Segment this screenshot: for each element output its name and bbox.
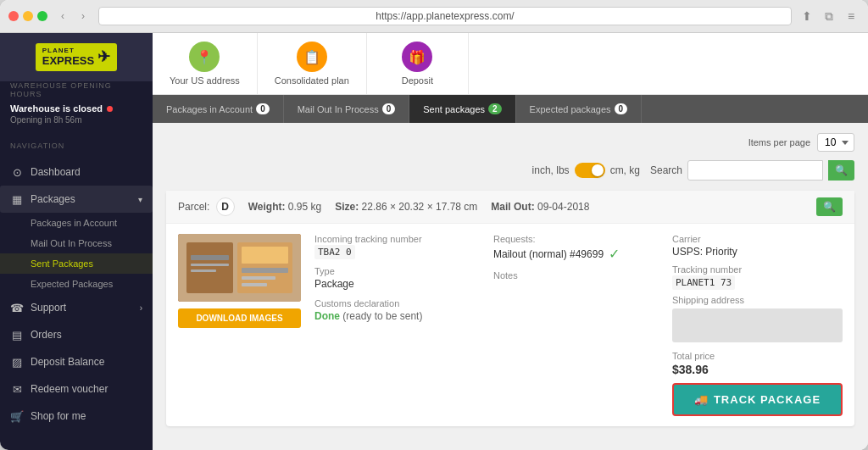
weight: Weight: 0.95 kg [248, 201, 322, 213]
type: Type Package [314, 266, 485, 290]
incoming-tracking-value: TBA2 0 [314, 245, 355, 259]
main-content: 📍 Your US address 📋 Consolidated plan 🎁 … [153, 33, 868, 450]
type-value: Package [314, 278, 354, 290]
maximize-button[interactable] [37, 11, 47, 21]
total-price-value: $38.96 [672, 363, 709, 376]
nav-label: NAVIGATION [10, 142, 142, 150]
support-icon: ☎ [10, 301, 24, 314]
sidebar-item-label: Dashboard [31, 166, 81, 178]
sidebar-item-packages-in-account[interactable]: Packages in Account [0, 213, 153, 233]
check-icon: ✓ [609, 246, 620, 262]
traffic-lights [8, 11, 47, 21]
search-input[interactable] [687, 160, 823, 181]
package-images: DOWNLOAD IMAGES [178, 234, 301, 416]
unit-inch-lbs: inch, lbs [532, 164, 570, 176]
content-area: Items per page 10 25 50 inch, lbs cm, [153, 123, 868, 450]
tracking-number: Tracking number PLANET1 73 [672, 264, 843, 288]
filter-row: inch, lbs cm, kg Search 🔍 [166, 160, 854, 181]
sidebar-item-sent-packages[interactable]: Sent Packages [0, 253, 153, 274]
svg-rect-3 [191, 255, 229, 260]
tracking-number-value: PLANET1 73 [672, 275, 735, 290]
sidebar-item-deposit-balance[interactable]: ▨ Deposit Balance [0, 348, 153, 375]
tab-packages-in-account[interactable]: Packages in Account 0 [153, 95, 284, 123]
tab-mail-out-in-process[interactable]: Mail Out In Process 0 [284, 95, 410, 123]
status-dot [107, 106, 113, 112]
badge-packages-in-account: 0 [256, 103, 270, 114]
tab-sent-packages[interactable]: Sent packages 2 [409, 95, 515, 123]
detail-col-2: Requests: Mailout (normal) #49699 ✓ Note… [493, 234, 664, 416]
download-images-button[interactable]: DOWNLOAD IMAGES [178, 308, 301, 328]
package-header: Parcel: D Weight: 0.95 kg Size: 22.86 × … [166, 191, 854, 224]
parcel-letter: D [216, 197, 235, 216]
voucher-icon: ✉ [10, 382, 24, 396]
carrier-value: USPS: Priority [672, 246, 737, 258]
svg-rect-6 [242, 247, 288, 264]
shop-icon: 🛒 [10, 409, 24, 423]
unit-cm-kg: cm, kg [610, 164, 640, 176]
track-package-button[interactable]: 🚚 TRACK PACKAGE [672, 383, 843, 416]
sidebar-item-support[interactable]: ☎ Support › [0, 294, 153, 321]
top-nav-deposit-label: Deposit [402, 75, 433, 86]
address-bar[interactable]: https://app.planetexpress.com/ [98, 7, 792, 25]
detail-col-3: Carrier USPS: Priority Tracking number P… [672, 234, 843, 416]
requests-value: Mailout (normal) #49699 [493, 248, 604, 260]
customs-status: Done (ready to be sent) [314, 310, 422, 322]
svg-rect-7 [242, 268, 288, 273]
search-section: Search 🔍 [650, 160, 854, 181]
sidebar-item-label: Redeem voucher [31, 383, 108, 395]
package-body: DOWNLOAD IMAGES Incoming tracking number… [166, 224, 854, 426]
parcel-label: Parcel: D [178, 197, 235, 216]
warehouse-sub: Opening in 8h 56m [10, 115, 142, 125]
new-tab-button[interactable]: ⧉ [821, 8, 837, 25]
items-per-page-row: Items per page 10 25 50 [166, 133, 854, 152]
items-per-page-label: Items per page [748, 137, 810, 147]
tab-expected-packages[interactable]: Expected packages 0 [516, 95, 643, 123]
unit-toggle-switch[interactable] [575, 163, 605, 178]
package-card: Parcel: D Weight: 0.95 kg Size: 22.86 × … [166, 191, 854, 426]
shipping-address-box [672, 308, 843, 342]
sidebar-item-dashboard[interactable]: ⊙ Dashboard [0, 158, 153, 186]
nav-section: NAVIGATION [0, 133, 153, 158]
deposit-icon: ▨ [10, 355, 24, 369]
packages-submenu: Packages in Account Mail Out In Process … [0, 213, 153, 294]
sidebar: PLANET EXPRESS ✈ WAREHOUSE OPENING HOURS… [0, 33, 153, 450]
package-details: Incoming tracking number TBA2 0 Type Pac… [314, 234, 843, 416]
back-button[interactable]: ‹ [54, 8, 71, 25]
sidebar-item-expected-packages[interactable]: Expected Packages [0, 274, 153, 294]
forward-button[interactable]: › [75, 8, 92, 25]
warehouse-status-text: Warehouse is closed [10, 103, 103, 114]
sidebar-item-label: Support [31, 302, 66, 314]
top-nav-us-address-label: Your US address [170, 75, 240, 86]
sidebar-item-packages[interactable]: ▦ Packages ▾ [0, 186, 153, 213]
browser-chrome: ‹ › https://app.planetexpress.com/ ⬆ ⧉ ≡ [0, 0, 868, 33]
shipping-address: Shipping address [672, 295, 843, 342]
svg-rect-4 [191, 264, 229, 266]
orders-icon: ▤ [10, 328, 24, 342]
mail-out: Mail Out: 09-04-2018 [491, 201, 589, 213]
sidebar-item-mail-out-in-process[interactable]: Mail Out In Process [0, 233, 153, 253]
svg-rect-9 [242, 283, 267, 286]
logo-icon: ✈ [97, 49, 110, 66]
package-search-button[interactable]: 🔍 [816, 197, 843, 216]
share-button[interactable]: ⬆ [798, 8, 815, 25]
warehouse-info: WAREHOUSE OPENING HOURS Warehouse is clo… [0, 81, 153, 133]
us-address-icon: 📍 [189, 42, 220, 72]
unit-toggle: inch, lbs cm, kg [532, 163, 640, 178]
sidebar-item-redeem-voucher[interactable]: ✉ Redeem voucher [0, 375, 153, 403]
consolidated-plan-icon: 📋 [297, 42, 327, 72]
search-button[interactable]: 🔍 [828, 160, 854, 181]
top-nav-deposit[interactable]: 🎁 Deposit [367, 33, 469, 94]
sidebar-item-orders[interactable]: ▤ Orders [0, 321, 153, 348]
top-nav-consolidated-plan[interactable]: 📋 Consolidated plan [258, 33, 367, 94]
badge-sent-packages: 2 [488, 103, 502, 114]
truck-icon: 🚚 [694, 393, 709, 406]
sidebar-item-shop-for-me[interactable]: 🛒 Shop for me [0, 403, 153, 430]
items-per-page-select[interactable]: 10 25 50 [817, 133, 854, 152]
badge-expected-packages: 0 [615, 103, 628, 114]
close-button[interactable] [8, 11, 19, 21]
top-nav-us-address[interactable]: 📍 Your US address [153, 33, 258, 94]
tabs-bar: Packages in Account 0 Mail Out In Proces… [153, 95, 868, 123]
svg-rect-1 [186, 242, 233, 293]
sidebar-toggle[interactable]: ≡ [843, 8, 860, 25]
minimize-button[interactable] [23, 11, 33, 21]
